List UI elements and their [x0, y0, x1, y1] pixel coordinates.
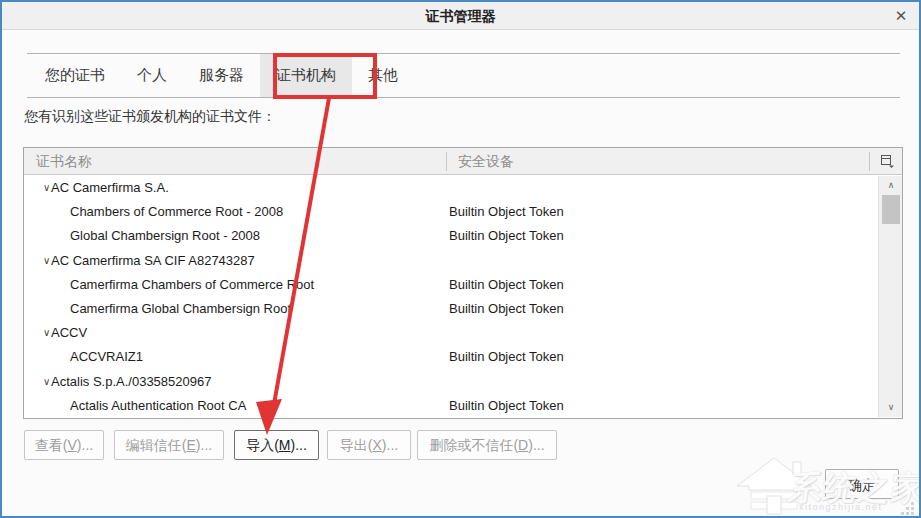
scrollbar-thumb[interactable] [882, 195, 900, 224]
dialog-title: 证书管理器 [2, 2, 919, 30]
column-header-device[interactable]: 安全设备 [458, 148, 514, 175]
ok-button[interactable]: 确定 [825, 469, 899, 499]
tab-strip: 您的证书 个人 服务器 证书机构 其他 [27, 53, 900, 98]
table-row[interactable]: ∨ AC Camerfirma S.A. [24, 176, 877, 200]
table-header: 证书名称 安全设备 [24, 148, 902, 175]
close-icon[interactable]: ✕ [889, 5, 913, 27]
table-row[interactable]: Camerfirma Global Chambersign Root Built… [24, 297, 877, 321]
table-row[interactable]: Global Chambersign Root - 2008 Builtin O… [24, 224, 877, 248]
certificate-manager-dialog: 证书管理器 ✕ 您的证书 个人 服务器 证书机构 其他 您有识别这些证书颁发机构… [0, 0, 921, 518]
delete-distrust-button[interactable]: 删除或不信任(D)... [417, 430, 557, 460]
watermark-url: xitongzhijia.net [799, 502, 883, 512]
certificate-table: 证书名称 安全设备 ∨ AC Camerfirma S.A. Chambers … [23, 147, 903, 419]
watermark-house-icon [737, 456, 812, 518]
column-picker-icon[interactable] [877, 153, 897, 170]
chevron-down-icon[interactable]: ∨ [43, 249, 50, 273]
chevron-down-icon[interactable]: ∨ [43, 321, 50, 345]
column-divider [446, 152, 447, 171]
watermark-grip-dots [901, 502, 917, 516]
table-row[interactable]: ACCVRAIZ1 Builtin Object Token [24, 345, 877, 369]
chevron-down-icon[interactable]: ∨ [43, 176, 50, 200]
tab-others[interactable]: 其他 [352, 54, 414, 97]
table-row[interactable]: Chambers of Commerce Root - 2008 Builtin… [24, 200, 877, 224]
edit-trust-button[interactable]: 编辑信任(E)... [114, 430, 224, 460]
tab-authorities[interactable]: 证书机构 [260, 54, 352, 97]
tab-your-certificates[interactable]: 您的证书 [29, 54, 121, 97]
table-row[interactable]: ∨ ACCV [24, 321, 877, 345]
column-divider [869, 152, 870, 171]
import-button[interactable]: 导入(M)... [234, 430, 319, 460]
chevron-down-icon[interactable]: ∨ [43, 370, 50, 394]
vertical-scrollbar[interactable]: ∧ ∨ [878, 176, 902, 417]
description-text: 您有识别这些证书颁发机构的证书文件： [24, 106, 276, 126]
view-button[interactable]: 查看(V)... [24, 430, 104, 460]
table-body: ∨ AC Camerfirma S.A. Chambers of Commerc… [24, 176, 877, 418]
export-button[interactable]: 导出(X)... [327, 430, 411, 460]
table-row[interactable]: ∨ Actalis S.p.A./03358520967 [24, 370, 877, 394]
table-row[interactable]: Camerfirma Chambers of Commerce Root Bui… [24, 273, 877, 297]
table-row[interactable]: ∨ AC Camerfirma SA CIF A82743287 [24, 249, 877, 273]
tab-servers[interactable]: 服务器 [183, 54, 260, 97]
scroll-down-icon[interactable]: ∨ [879, 400, 903, 415]
titlebar: 证书管理器 ✕ [2, 2, 919, 30]
column-header-name[interactable]: 证书名称 [36, 148, 92, 175]
table-row[interactable]: Actalis Authentication Root CA Builtin O… [24, 394, 877, 418]
scroll-up-icon[interactable]: ∧ [879, 178, 903, 193]
tab-people[interactable]: 个人 [121, 54, 183, 97]
